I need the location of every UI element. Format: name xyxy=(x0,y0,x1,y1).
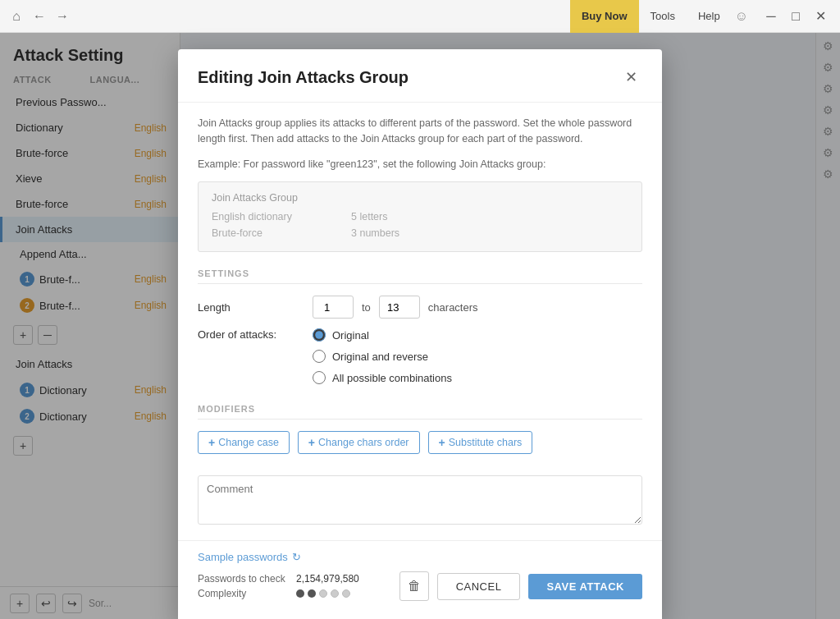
sample-passwords-label: Sample passwords xyxy=(198,551,288,563)
dialog-title: Editing Join Attacks Group xyxy=(198,68,409,87)
dialog-close-button[interactable]: ✕ xyxy=(619,66,642,89)
example-row1-name: English dictionary xyxy=(212,211,326,222)
save-attack-button[interactable]: SAVE ATTACK xyxy=(528,574,642,599)
home-icon[interactable]: ⌂ xyxy=(8,8,25,25)
modal-overlay: Editing Join Attacks Group ✕ Join Attack… xyxy=(0,33,840,619)
dot-2 xyxy=(308,589,316,598)
length-row: Length to characters xyxy=(198,296,642,319)
change-case-button[interactable]: + Change case xyxy=(198,431,290,454)
footer-stats: Passwords to check 2,154,979,580 Complex… xyxy=(198,571,642,601)
length-unit-text: characters xyxy=(428,301,478,314)
dot-5 xyxy=(342,589,350,598)
example-row2-name: Brute-force xyxy=(212,227,326,239)
dialog-description: Join Attacks group applies its attacks t… xyxy=(198,116,642,147)
radio-original-label: Original xyxy=(332,329,369,342)
change-case-label: Change case xyxy=(218,437,279,448)
maximize-button[interactable]: □ xyxy=(784,5,807,28)
dot-4 xyxy=(331,589,339,598)
settings-section-label: SETTINGS xyxy=(198,268,642,284)
help-menu[interactable]: Help xyxy=(687,0,732,33)
change-case-plus-icon: + xyxy=(208,436,215,449)
radio-all-combinations-input[interactable] xyxy=(313,371,326,384)
example-row-1: English dictionary 5 letters xyxy=(212,209,628,225)
length-from-input[interactable] xyxy=(313,296,354,319)
length-label: Length xyxy=(198,301,304,314)
back-icon[interactable]: ← xyxy=(31,8,48,25)
window-controls: ─ □ ✕ xyxy=(760,5,832,28)
radio-original-reverse[interactable]: Original and reverse xyxy=(313,350,452,363)
change-chars-plus-icon: + xyxy=(308,436,315,449)
complexity-label: Complexity xyxy=(198,588,288,599)
topbar-nav: ⌂ ← → xyxy=(8,8,71,25)
smiley-icon[interactable]: ☺ xyxy=(735,9,748,24)
example-row1-value: 5 letters xyxy=(351,211,387,222)
order-row: Order of attacks: Original Original and … xyxy=(198,328,642,389)
radio-original-reverse-label: Original and reverse xyxy=(332,351,428,363)
substitute-chars-button[interactable]: + Substitute chars xyxy=(428,431,533,454)
dialog: Editing Join Attacks Group ✕ Join Attack… xyxy=(178,49,662,619)
dot-3 xyxy=(319,589,327,598)
topbar-menu: Buy Now Tools Help ☺ xyxy=(570,0,751,33)
passwords-label: Passwords to check xyxy=(198,573,288,585)
change-chars-order-button[interactable]: + Change chars order xyxy=(298,431,420,454)
dialog-example-box: Join Attacks Group English dictionary 5 … xyxy=(198,181,642,252)
forward-icon[interactable]: → xyxy=(54,8,71,25)
topbar: ⌂ ← → Buy Now Tools Help ☺ ─ □ ✕ xyxy=(0,0,840,33)
footer-stats-left: Passwords to check 2,154,979,580 Complex… xyxy=(198,573,359,599)
modifiers-section-label: MODIFIERS xyxy=(198,404,642,420)
buy-now-button[interactable]: Buy Now xyxy=(570,0,639,33)
dialog-body: Join Attacks group applies its attacks t… xyxy=(178,103,662,540)
sample-passwords-link[interactable]: Sample passwords ↻ xyxy=(198,551,642,563)
dialog-example-label: Example: For password like "green123", s… xyxy=(198,157,642,172)
modifiers-section: MODIFIERS + Change case + Change chars o… xyxy=(198,404,642,454)
dot-1 xyxy=(296,589,304,598)
modifiers-row: + Change case + Change chars order + Sub… xyxy=(198,431,642,454)
passwords-value: 2,154,979,580 xyxy=(296,573,359,585)
footer-buttons: 🗑 CANCEL SAVE ATTACK xyxy=(399,571,642,601)
tools-menu[interactable]: Tools xyxy=(639,0,687,33)
example-row-2: Brute-force 3 numbers xyxy=(212,225,628,241)
dialog-header: Editing Join Attacks Group ✕ xyxy=(178,49,662,103)
radio-original-reverse-input[interactable] xyxy=(313,350,326,363)
dialog-footer: Sample passwords ↻ Passwords to check 2,… xyxy=(178,540,662,619)
cancel-button[interactable]: CANCEL xyxy=(437,573,521,600)
close-button[interactable]: ✕ xyxy=(809,5,832,28)
example-row2-value: 3 numbers xyxy=(351,227,399,239)
refresh-icon: ↻ xyxy=(292,551,301,563)
delete-button[interactable]: 🗑 xyxy=(399,571,429,601)
length-to-text: to xyxy=(362,301,371,314)
order-radio-group: Original Original and reverse All possib… xyxy=(313,328,452,384)
radio-original-input[interactable] xyxy=(313,328,326,342)
radio-all-combinations[interactable]: All possible combinations xyxy=(313,371,452,384)
passwords-stat-row: Passwords to check 2,154,979,580 xyxy=(198,573,359,585)
comment-textarea[interactable] xyxy=(198,475,642,525)
radio-all-combinations-label: All possible combinations xyxy=(332,372,452,384)
substitute-plus-icon: + xyxy=(439,436,445,449)
substitute-label: Substitute chars xyxy=(449,437,523,448)
complexity-dots xyxy=(296,589,350,598)
order-label: Order of attacks: xyxy=(198,328,304,341)
complexity-stat-row: Complexity xyxy=(198,588,359,599)
minimize-button[interactable]: ─ xyxy=(760,5,783,28)
radio-original[interactable]: Original xyxy=(313,328,452,342)
example-group-name: Join Attacks Group xyxy=(212,192,628,204)
change-chars-label: Change chars order xyxy=(318,437,409,448)
length-to-input[interactable] xyxy=(379,296,420,319)
